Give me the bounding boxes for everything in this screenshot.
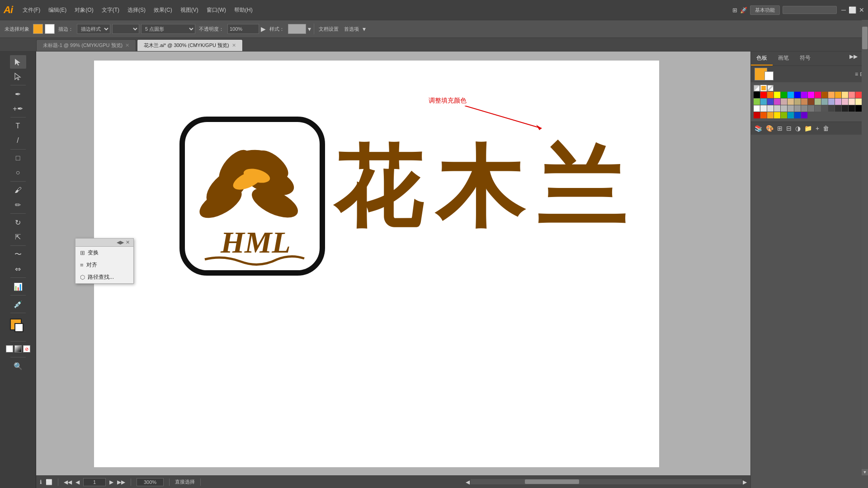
scroll-right-btn[interactable]: ▶ — [743, 479, 747, 485]
width-tool[interactable]: ⇔ — [10, 262, 26, 276]
menu-window[interactable]: 窗口(W) — [203, 5, 230, 16]
swatch-indigo[interactable] — [767, 99, 774, 105]
swatch-peach2[interactable] — [849, 99, 855, 105]
swatch-orange[interactable] — [767, 92, 774, 98]
swatch-white[interactable] — [754, 105, 760, 112]
rocket-icon[interactable]: 🚀 — [740, 7, 747, 14]
stroke-swatch[interactable] — [14, 323, 24, 332]
type-tool[interactable]: T — [10, 119, 26, 133]
swatch-purple[interactable] — [774, 99, 780, 105]
swatch-magenta[interactable] — [808, 92, 814, 98]
cm-item-pathfinder[interactable]: ⬡ 路径查找... — [75, 271, 133, 283]
swatch-gray13[interactable] — [842, 105, 848, 112]
zoom-tool[interactable]: 🔍 — [10, 359, 26, 373]
swatch-lightyellow[interactable] — [842, 92, 848, 98]
swatch-gray14[interactable] — [849, 105, 855, 112]
swatch-gray9[interactable] — [815, 105, 821, 112]
graph-tool[interactable]: 📊 — [10, 280, 26, 293]
style-swatch[interactable] — [288, 24, 306, 34]
artboard-btn[interactable]: ⬜ — [46, 479, 52, 485]
stroke-shape-select[interactable]: 5 点圆形 — [141, 24, 195, 34]
swatch-rose[interactable] — [781, 99, 787, 105]
maximize-btn[interactable]: ⬜ — [849, 6, 856, 14]
swatch-gray11[interactable] — [828, 105, 835, 112]
next-page-btn[interactable]: ▶▶ — [117, 479, 125, 485]
workspace-btn[interactable]: 基本功能 — [750, 5, 780, 15]
swatch-cream[interactable] — [855, 99, 862, 105]
canvas-area[interactable]: 调整填充颜色 — [36, 52, 750, 488]
panel-tool-swatch-lib[interactable]: ⊞ — [777, 125, 783, 132]
next-btn[interactable]: ▶ — [109, 479, 113, 485]
pencil-tool[interactable]: ✏ — [10, 198, 26, 211]
stroke-color-swatch[interactable] — [45, 24, 55, 34]
swatch-gold[interactable] — [835, 92, 841, 98]
swatch-accent-green[interactable] — [781, 112, 787, 118]
selection-tool[interactable] — [10, 55, 26, 69]
scroll-left-btn[interactable]: ◀ — [466, 479, 470, 485]
panel-tool-new-group[interactable]: 📁 — [804, 125, 812, 132]
swatch-accent-yellow[interactable] — [774, 112, 780, 118]
line-tool[interactable]: / — [10, 134, 26, 147]
swatch-gray7[interactable] — [801, 105, 807, 112]
style-expand-btn[interactable]: ▾ — [308, 25, 311, 33]
swatch-gray2[interactable] — [767, 105, 774, 112]
swatch-orange-active[interactable] — [760, 85, 767, 91]
swatch-gray10[interactable] — [821, 105, 828, 112]
h-scroll-track[interactable] — [471, 479, 742, 484]
panel-tab-symbols[interactable]: 符号 — [794, 52, 816, 66]
swatch-lavender[interactable] — [828, 99, 835, 105]
panel-tab-swatches[interactable]: 色板 — [751, 52, 773, 66]
panel-tab-brushes[interactable]: 画笔 — [773, 52, 794, 66]
opacity-expand-btn[interactable]: ▶ — [261, 25, 266, 33]
swatch-yellow[interactable] — [774, 92, 780, 98]
swatch-black2[interactable] — [855, 105, 862, 112]
preferences-btn[interactable]: 首选项 — [342, 25, 361, 33]
gradient-btn[interactable] — [14, 345, 22, 352]
add-anchor-tool[interactable]: +✒ — [10, 102, 26, 115]
swatch-sage[interactable] — [815, 99, 821, 105]
swatch-khaki[interactable] — [794, 99, 801, 105]
rect-tool[interactable]: □ — [10, 151, 26, 165]
swatch-cyan[interactable] — [788, 92, 794, 98]
swatch-gray3[interactable] — [774, 105, 780, 112]
none-btn[interactable]: ⊘ — [23, 345, 30, 352]
tab-hualanai[interactable]: 花木兰.ai* @ 300% (CMYK/GPU 预览) ✕ — [137, 39, 242, 51]
swatch-gray1[interactable] — [760, 105, 767, 112]
opacity-input[interactable] — [227, 24, 259, 34]
minimize-btn[interactable]: ─ — [841, 6, 846, 14]
swatch-sienna[interactable] — [801, 99, 807, 105]
swatch-tan[interactable] — [788, 99, 794, 105]
swatch-pink[interactable] — [815, 92, 821, 98]
menu-object[interactable]: 对象(O) — [71, 5, 97, 16]
swatch-gray5[interactable] — [788, 105, 794, 112]
menu-type[interactable]: 文字(T) — [98, 5, 123, 16]
list-view-btn[interactable]: ≡ — [855, 71, 858, 77]
panel-tool-delete[interactable]: 🗑 — [823, 125, 829, 132]
menu-help[interactable]: 帮助(H) — [231, 5, 256, 16]
swatch-slate[interactable] — [821, 99, 828, 105]
stroke-width-select[interactable] — [112, 24, 139, 34]
cm-collapse-btn[interactable]: ◀▶ — [117, 239, 124, 245]
paintbrush-tool[interactable]: 🖌 — [10, 183, 26, 197]
swatch-accent-orange[interactable] — [760, 112, 767, 118]
active-stroke-swatch[interactable] — [764, 71, 774, 80]
panel-expand-btn[interactable]: ▶▶ — [848, 52, 859, 66]
panel-tool-library[interactable]: 📚 — [755, 125, 762, 132]
tab-hualanai-close[interactable]: ✕ — [232, 42, 236, 48]
prev-btn[interactable]: ◀ — [75, 479, 80, 485]
menu-select[interactable]: 选择(S) — [124, 5, 149, 16]
menu-effect[interactable]: 效果(C) — [150, 5, 176, 16]
swatch-gray6[interactable] — [794, 105, 801, 112]
menu-edit[interactable]: 编辑(E) — [45, 5, 70, 16]
page-input[interactable] — [83, 478, 106, 486]
swatch-darkbrown[interactable] — [808, 99, 814, 105]
eyedropper-tool[interactable]: 💉 — [10, 297, 26, 311]
menu-file[interactable]: 文件(F) — [19, 5, 44, 16]
swatch-lightred[interactable] — [855, 92, 862, 98]
menu-view[interactable]: 视图(V) — [177, 5, 202, 16]
swatch-violet[interactable] — [801, 92, 807, 98]
swatch-accent-blue[interactable] — [794, 112, 801, 118]
swatch-accent-gold[interactable] — [767, 112, 774, 118]
tab-untitled-close[interactable]: ✕ — [125, 42, 129, 48]
scale-tool[interactable]: ⇱ — [10, 230, 26, 244]
